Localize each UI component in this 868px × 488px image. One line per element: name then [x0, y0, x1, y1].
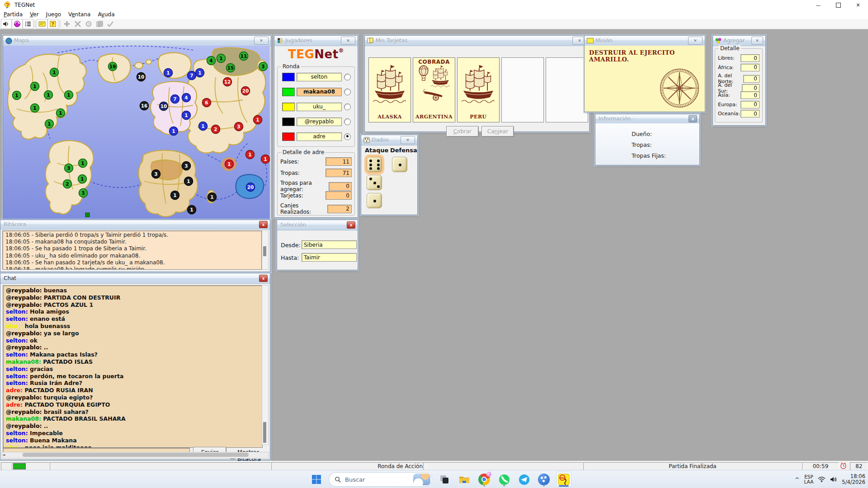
army-marker[interactable]: 7: [171, 95, 179, 103]
toolbar-note-icon[interactable]: [37, 19, 47, 29]
chat-hscroll-thumb[interactable]: [23, 453, 249, 457]
menu-ventana[interactable]: Ventana: [65, 10, 94, 19]
army-marker[interactable]: 1: [31, 104, 39, 113]
army-marker[interactable]: 1: [171, 191, 179, 200]
close-button[interactable]: ✕: [848, 0, 868, 10]
army-marker[interactable]: 3: [235, 122, 243, 131]
army-marker[interactable]: 11: [240, 52, 248, 61]
army-marker[interactable]: 3: [152, 170, 160, 178]
army-marker[interactable]: 1: [188, 206, 196, 214]
maximize-button[interactable]: [828, 0, 848, 10]
card-peru[interactable]: PERU: [457, 57, 500, 122]
bitacora-log[interactable]: 18:06:05 - Siberia perdió 0 tropa/s y Ta…: [2, 230, 262, 270]
minimize-button[interactable]: —: [808, 0, 828, 10]
whatsapp-button[interactable]: [496, 472, 512, 487]
army-marker[interactable]: 7: [188, 71, 196, 80]
player-radio[interactable]: [344, 118, 351, 125]
army-marker[interactable]: 3: [65, 164, 73, 173]
army-marker[interactable]: 1: [196, 69, 204, 77]
agregar-close-icon[interactable]: ✕: [751, 37, 763, 45]
army-marker[interactable]: 1: [217, 54, 226, 63]
cobrar-button[interactable]: Cobrar: [446, 126, 479, 137]
canjear-button[interactable]: Canjear: [481, 126, 514, 137]
mision-titlebar[interactable]: Misión ✕: [585, 36, 705, 46]
army-marker[interactable]: 1: [79, 159, 87, 168]
army-marker[interactable]: 20: [241, 87, 250, 95]
army-marker[interactable]: 3: [182, 162, 191, 170]
informacion-close-icon[interactable]: x: [689, 115, 697, 122]
army-marker[interactable]: 1: [184, 177, 193, 186]
card-alaska[interactable]: ALASKA: [368, 57, 411, 122]
army-marker[interactable]: 1: [182, 111, 191, 120]
army-marker[interactable]: 1: [208, 193, 217, 202]
army-marker[interactable]: 16: [140, 102, 149, 110]
army-marker[interactable]: 2: [212, 125, 220, 134]
army-marker[interactable]: 10: [137, 73, 146, 81]
jugadores-titlebar[interactable]: Jugadores ✕: [274, 36, 358, 46]
army-marker[interactable]: 1: [45, 120, 54, 128]
army-marker[interactable]: 1: [57, 109, 65, 117]
bitacora-titlebar[interactable]: Bitácora x: [0, 220, 270, 230]
army-marker[interactable]: 1: [50, 68, 59, 77]
army-marker[interactable]: 19: [108, 62, 117, 71]
scroll-left-icon[interactable]: ◄: [2, 453, 5, 457]
menu-ayuda[interactable]: Ayuda: [94, 10, 118, 19]
game-ball-button[interactable]: [536, 472, 552, 487]
army-marker[interactable]: 1: [254, 116, 262, 124]
army-marker[interactable]: 12: [223, 78, 232, 86]
agregar-titlebar[interactable]: Agregar ✕: [713, 36, 765, 46]
telegram-button[interactable]: [516, 472, 532, 487]
army-marker[interactable]: 4: [182, 94, 191, 102]
army-marker[interactable]: 1: [199, 122, 208, 131]
army-marker[interactable]: 2: [63, 180, 72, 188]
file-explorer-button[interactable]: [457, 472, 472, 487]
bitacora-scroll-thumb[interactable]: [263, 246, 266, 256]
wifi-icon[interactable]: [818, 476, 826, 483]
player-radio[interactable]: [344, 103, 351, 110]
menu-juego[interactable]: Juego: [42, 10, 65, 19]
army-marker[interactable]: 3: [259, 62, 268, 71]
bitacora-close-icon[interactable]: x: [259, 221, 268, 228]
player-radio[interactable]: [344, 133, 351, 140]
army-marker[interactable]: 1: [13, 91, 21, 100]
volume-icon[interactable]: [830, 476, 837, 483]
army-marker[interactable]: 1: [65, 91, 73, 99]
army-marker[interactable]: 1: [164, 69, 173, 77]
army-marker[interactable]: 15: [226, 64, 235, 72]
chat-scroll-thumb[interactable]: [263, 422, 266, 443]
toolbar-world-icon[interactable]: [12, 19, 23, 29]
army-marker[interactable]: 1: [78, 175, 87, 183]
seleccion-titlebar[interactable]: Selección x: [277, 220, 358, 230]
hidden-icons-chevron[interactable]: ^: [795, 476, 800, 483]
bitacora-scrollbar[interactable]: [262, 230, 269, 270]
jugadores-close-icon[interactable]: ✕: [341, 37, 355, 45]
tarjetas-titlebar[interactable]: Mis Tarjetas ✕: [365, 36, 589, 46]
menu-ver[interactable]: Ver: [26, 10, 42, 19]
informacion-titlebar[interactable]: Información - x: [595, 114, 699, 124]
desde-field[interactable]: Siberia: [302, 240, 357, 249]
player-radio[interactable]: [344, 89, 351, 95]
taskbar-search[interactable]: Buscar: [329, 472, 432, 487]
army-marker[interactable]: 4: [207, 56, 216, 65]
mapa-close-icon[interactable]: ✕: [254, 37, 269, 45]
chat-titlebar[interactable]: Chat x: [0, 273, 270, 284]
player-radio[interactable]: [344, 74, 351, 80]
toolbar-sound-icon[interactable]: [1, 19, 12, 29]
army-marker[interactable]: 1: [261, 155, 270, 164]
hasta-field[interactable]: Taimir: [302, 253, 357, 262]
seleccion-close-icon[interactable]: x: [347, 221, 355, 229]
army-marker[interactable]: 1: [170, 127, 178, 136]
chat-close-icon[interactable]: x: [259, 275, 268, 282]
mapa-titlebar[interactable]: Mapa ✕: [3, 36, 271, 46]
army-marker[interactable]: 1: [225, 160, 234, 169]
chat-messages[interactable]: @reypablo: buenas@reypablo: PARTIDA CON …: [3, 285, 263, 448]
army-marker[interactable]: 20: [246, 183, 255, 192]
chat-scrollbar[interactable]: [262, 285, 269, 445]
tray-language[interactable]: ESP LAA: [804, 474, 814, 484]
menu-partida[interactable]: Partida: [0, 10, 26, 19]
chat-hscrollbar[interactable]: ◄: [1, 452, 269, 459]
weather-widget[interactable]: [413, 474, 430, 485]
army-marker[interactable]: 3: [79, 189, 88, 197]
army-marker[interactable]: 1: [246, 150, 255, 159]
tray-datetime[interactable]: 18:06 5/4/2026: [842, 474, 865, 485]
